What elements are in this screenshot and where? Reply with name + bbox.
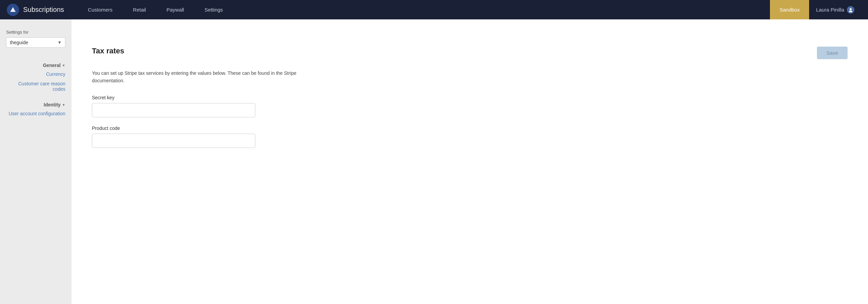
settings-dropdown-value: theguide [10,40,28,45]
general-section-label: General [43,63,61,68]
user-name: Laura Pinilla [816,7,844,13]
product-code-label: Product code [92,125,848,131]
user-icon [847,6,854,14]
user-area[interactable]: Laura Pinilla [809,0,861,19]
content-top-space [92,33,848,47]
content-header: Tax rates Save [92,47,848,59]
svg-point-2 [849,11,852,12]
product-code-group: Product code [92,125,848,148]
main-layout: Settings for theguide ▼ General ▼ Curren… [0,19,868,304]
settings-for-section: Settings for theguide ▼ [0,26,71,54]
page-title: Tax rates [92,47,124,55]
sidebar-item-customer-care-reason-codes[interactable]: Customer care reason codes [0,79,71,94]
sidebar-section-identity: Identity ▼ User account configuration [0,99,71,118]
nav-links: Customers Retail Paywall Settings [78,0,770,19]
identity-section-label: Identity [44,102,61,107]
product-code-input[interactable] [92,134,255,148]
sidebar-item-user-account-configuration[interactable]: User account configuration [0,109,71,118]
sidebar-section-general: General ▼ Currency Customer care reason … [0,60,71,94]
nav-right: Sandbox Laura Pinilla [770,0,861,19]
description-text: You can set up Stripe tax services by en… [92,69,303,85]
chevron-down-icon: ▼ [62,64,65,67]
sandbox-button[interactable]: Sandbox [770,0,809,19]
secret-key-label: Secret key [92,95,848,100]
settings-dropdown[interactable]: theguide ▼ [6,37,65,48]
svg-point-1 [850,8,852,10]
app-title: Subscriptions [23,6,64,14]
sidebar-item-currency[interactable]: Currency [0,69,71,79]
save-button[interactable]: Save [817,47,848,59]
nav-retail[interactable]: Retail [123,0,156,19]
settings-for-label: Settings for [6,30,65,35]
content-area: Tax rates Save You can set up Stripe tax… [71,19,868,304]
sidebar: Settings for theguide ▼ General ▼ Curren… [0,19,71,304]
svg-marker-0 [10,7,16,12]
top-navigation: Subscriptions Customers Retail Paywall S… [0,0,868,19]
secret-key-group: Secret key [92,95,848,117]
secret-key-input[interactable] [92,103,255,117]
nav-customers[interactable]: Customers [78,0,123,19]
logo-area: Subscriptions [7,4,64,16]
sidebar-section-general-header: General ▼ [0,60,71,69]
app-logo [7,4,19,16]
chevron-down-icon: ▼ [58,40,62,45]
nav-paywall[interactable]: Paywall [156,0,194,19]
nav-settings[interactable]: Settings [194,0,233,19]
sidebar-section-identity-header: Identity ▼ [0,99,71,109]
chevron-down-icon: ▼ [62,103,65,107]
